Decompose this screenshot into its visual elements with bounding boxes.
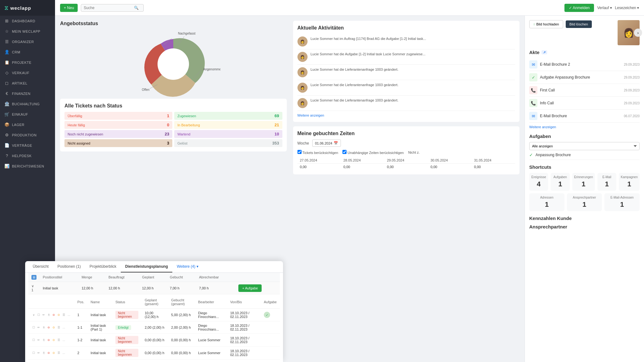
bottom-tab-dienstleistungsplanung[interactable]: Dienstleistungsplanung [121,261,172,272]
edit-icon[interactable]: ✏ [42,313,46,317]
sidebar-item-einkauf[interactable]: 🛒EINKAUF [0,109,55,119]
ticket-bar-right[interactable]: Gelöst353 [174,139,282,147]
menu-icon[interactable]: ☰ [57,325,61,330]
positions-header-row: ⊞ Positionstitel Menge Beauftragt Geplan… [28,273,280,282]
ticket-bar-right[interactable]: In Bearbeitung21 [174,121,282,129]
sidebar-item-crm[interactable]: 👤CRM [0,47,55,57]
edit-icon[interactable]: ✏ [36,338,41,342]
bottom-tab-positionen-(1)[interactable]: Positionen (1) [53,261,85,272]
alert-icon[interactable]: ⊙ [52,325,56,330]
alert-icon[interactable]: ⊙ [52,351,56,355]
more-icon[interactable]: … [62,338,66,342]
akte-item[interactable]: 📞 First Call 29.09.2023 [529,84,640,97]
bottom-tab-weitere-(4)[interactable]: Weitere (4) ▾ [172,261,203,272]
tickets-checkbox[interactable] [297,150,302,154]
verlauf-button[interactable]: Verlauf ▾ [597,6,612,10]
aufgaben-select[interactable]: Alle anzeigen [529,142,640,150]
sidebar-label-lager: LAGER [12,123,25,127]
sub-status: Nicht begonnen [112,347,142,359]
search-icon[interactable]: 🔍 [134,6,139,10]
more-icon[interactable]: … [67,313,71,317]
unabhaengig-checkbox[interactable] [342,150,347,154]
woche-input[interactable]: 01.06.2024 📅 [312,140,341,147]
sidebar-item-artikel[interactable]: ◻ARTIKEL [0,78,55,88]
pos-expand-icon[interactable]: ∨ 1 [28,282,40,294]
weitere-akte-btn[interactable]: Weitere anzeigen [529,125,556,129]
sidebar-item-organizer[interactable]: ☰ORGANIZER [0,36,55,47]
shortcut-adressen[interactable]: Adressen1 [529,193,564,211]
check-icon[interactable]: ☐ [31,325,36,330]
akte-item[interactable]: 📞 Info Call 29.09.2023 [529,97,640,110]
row-actions-cell: ☐ ✏ ⎘ ⊖ ⊙ ☰ … [28,321,74,334]
sidebar-item-projekte[interactable]: 📋PROJEKTE [0,57,55,68]
new-button[interactable]: + Neu [60,4,78,12]
upload-button[interactable]: ↑ Bild hochladen [529,20,563,28]
sidebar-item-buchhaltung[interactable]: 🏦BUCHHALTUNG [0,99,55,109]
edit-icon[interactable]: ✏ [36,351,41,355]
menu-icon[interactable]: ☰ [57,338,61,342]
shortcut-erinnerungen[interactable]: Erinnerungen1 [572,173,595,191]
anmelden-button[interactable]: ✓ Anmelden [564,4,594,12]
ticket-bar-left[interactable]: Überfällig1 [64,112,172,120]
sub-col-4: Gebucht (gesamt) [168,296,195,309]
ticket-bar-right[interactable]: Wartend10 [174,130,282,138]
copy-icon[interactable]: ⎘ [42,325,46,330]
chevron-right-button[interactable]: › [634,29,642,37]
shortcut-aufgaben[interactable]: Aufgaben1 [551,173,569,191]
ticket-bar-left[interactable]: Noch nicht zugewiesen23 [64,130,172,138]
sub-gebucht: 2,00 (2,00) h [168,321,195,334]
check-icon[interactable]: ☐ [31,351,36,355]
ticket-bar-left[interactable]: Nicht assigned3 [64,139,172,147]
akte-item[interactable]: ✉ E-Mail Brochure 2 29.09.2023 [529,58,640,71]
pos-title: Initial task [40,282,78,294]
shortcut-kampagnen[interactable]: Kampagnen1 [619,173,640,191]
menu-icon[interactable]: ☰ [57,351,61,355]
alert-icon[interactable]: ⊙ [57,313,61,317]
shortcut-ereignisse[interactable]: Ereignisse4 [529,173,548,191]
shortcut-e-mail-adressen[interactable]: E-Mail-Adressen1 [604,193,640,211]
delete-icon[interactable]: ⊖ [47,338,51,342]
delete-icon[interactable]: ⊖ [47,351,51,355]
akte-item[interactable]: ✓ Aufgabe Anpassung Brochure 29.09.2023 [529,71,640,84]
right-panel: ↑ Bild hochladen Bild löschen 👩 › Akte ↗… [525,16,644,362]
ticket-bar-right[interactable]: Zugewiesen69 [174,112,282,120]
sidebar-item-verkauf[interactable]: ◇VERKAUF [0,68,55,78]
alert-icon[interactable]: ⊙ [52,338,56,342]
sidebar-item-finanzen[interactable]: €FINANZEN [0,88,55,99]
check-icon[interactable]: ☐ [31,338,36,342]
shortcut-ansprechpartner[interactable]: Ansprechpartner1 [567,193,602,211]
sidebar-item-dashboard[interactable]: ⊞DASHBOARD [0,16,55,26]
copy-icon[interactable]: ⎘ [42,351,46,355]
bottom-tab-übersicht[interactable]: Übersicht [28,261,53,272]
ticket-bar-left[interactable]: Heute fällig0 [64,121,172,129]
sidebar-item-produktion[interactable]: ⚙PRODUKTION [0,130,55,140]
sidebar-icon-verträge: 📄 [4,143,9,148]
copy-icon[interactable]: ⎘ [47,313,51,317]
akte-export-icon[interactable]: ↗ [541,50,547,54]
lesezeichen-button[interactable]: Lesezeichen ▾ [615,6,639,10]
delete-image-button[interactable]: Bild löschen [566,20,592,28]
sidebar-item-berichtswesen[interactable]: 📊BERICHTSWESEN [0,161,55,171]
sidebar-item-helpdesk[interactable]: ?HELPDESK [0,151,55,161]
expand-icon[interactable]: ∨ [31,313,36,317]
delete-icon[interactable]: ⊖ [47,325,51,330]
delete-icon[interactable]: ⊖ [52,313,56,317]
add-aufgabe-button[interactable]: + Aufgabe [238,284,262,292]
akte-icon-email: ✉ [529,112,537,120]
shortcut-e-mail[interactable]: E-Mail1 [597,173,616,191]
copy-icon[interactable]: ⎘ [42,338,46,342]
menu-icon[interactable]: ☰ [62,313,66,317]
sidebar-item-mein-weclapp[interactable]: ☆MEIN WECLAPP [0,26,55,36]
akte-item[interactable]: ✉ E-Mail Brochure 06.07.2020 [529,110,640,123]
edit-icon[interactable]: ✏ [36,325,41,330]
search-input[interactable] [84,6,134,10]
sidebar-label-buchhaltung: BUCHHALTUNG [12,102,40,106]
bottom-tab-projektüberblick[interactable]: Projektüberblick [85,261,121,272]
more-icon[interactable]: … [62,325,66,330]
sidebar-item-lager[interactable]: 📦LAGER [0,119,55,130]
more-icon[interactable]: … [62,351,66,355]
check-icon[interactable]: ☐ [36,313,41,317]
sidebar-item-verträge[interactable]: 📄VERTRÄGE [0,140,55,151]
sidebar-icon-buchhaltung: 🏦 [4,101,9,106]
weitere-activities-btn[interactable]: Weitere anzeigen [297,113,324,117]
